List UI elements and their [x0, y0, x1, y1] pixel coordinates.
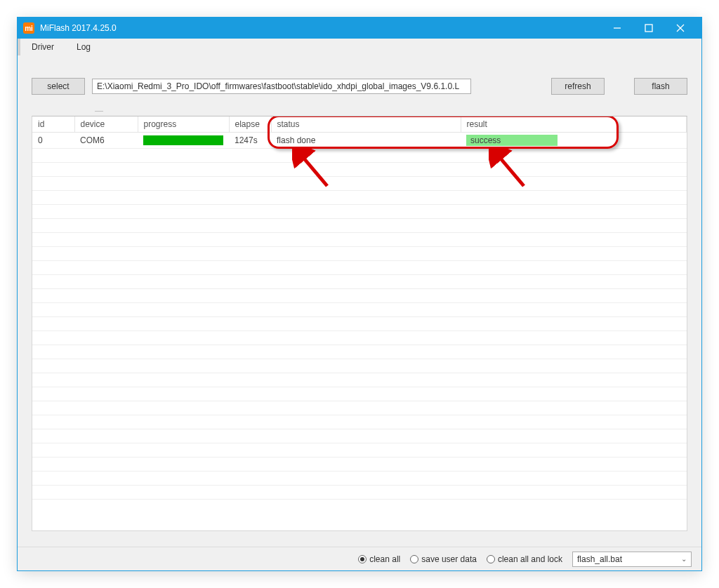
- toolbar: select refresh flash: [18, 55, 701, 100]
- radio-clean-all[interactable]: clean all: [358, 554, 400, 564]
- cell-id: 0: [32, 133, 74, 149]
- menu-driver[interactable]: Driver: [27, 41, 58, 53]
- header-result[interactable]: result: [461, 116, 687, 133]
- script-select-value: flash_all.bat: [577, 554, 622, 564]
- radio-icon: [487, 555, 495, 563]
- cell-result: success: [461, 133, 687, 149]
- script-select[interactable]: flash_all.bat ⌄: [572, 552, 692, 567]
- radio-label: save user data: [421, 554, 477, 564]
- header-device[interactable]: device: [74, 116, 138, 133]
- radio-clean-all-and-lock[interactable]: clean all and lock: [487, 554, 562, 564]
- header-progress[interactable]: progress: [138, 116, 229, 133]
- cell-progress: [138, 133, 229, 149]
- window-title: MiFlash 2017.4.25.0: [40, 23, 117, 33]
- app-window: mi MiFlash 2017.4.25.0 Driver Log select…: [17, 17, 702, 571]
- app-icon: mi: [23, 22, 34, 34]
- maximize-icon: [645, 24, 653, 32]
- title-bar[interactable]: mi MiFlash 2017.4.25.0: [18, 18, 701, 39]
- table-header-row: id device progress elapse status result: [32, 116, 687, 133]
- tab-indicator: [95, 100, 103, 112]
- device-grid: id device progress elapse status result …: [32, 116, 687, 531]
- progress-bar: [143, 135, 223, 145]
- cell-elapse: 1247s: [229, 133, 271, 149]
- close-icon: [676, 24, 685, 32]
- minimize-icon: [613, 24, 621, 32]
- header-elapse[interactable]: elapse: [229, 116, 271, 133]
- radio-icon: [410, 555, 418, 563]
- radio-save-user-data[interactable]: save user data: [410, 554, 477, 564]
- cell-device: COM6: [74, 133, 138, 149]
- header-status[interactable]: status: [271, 116, 461, 133]
- menu-bar: Driver Log: [18, 39, 701, 55]
- cell-status: flash done: [271, 133, 461, 149]
- svg-rect-1: [645, 25, 652, 32]
- result-badge: success: [466, 135, 558, 146]
- maximize-button[interactable]: [633, 18, 664, 39]
- select-button[interactable]: select: [32, 78, 85, 95]
- minimize-button[interactable]: [601, 18, 633, 39]
- radio-icon: [358, 555, 367, 563]
- radio-label: clean all: [369, 554, 400, 564]
- progress-fill: [143, 135, 223, 145]
- firmware-path-input[interactable]: [92, 79, 471, 94]
- radio-label: clean all and lock: [498, 554, 562, 564]
- close-button[interactable]: [664, 18, 696, 39]
- chevron-down-icon: ⌄: [681, 555, 687, 563]
- table-row[interactable]: 0 COM6 1247s flash done success: [32, 133, 687, 149]
- footer-bar: clean all save user data clean all and l…: [18, 547, 701, 570]
- menu-log[interactable]: Log: [72, 41, 95, 53]
- header-id[interactable]: id: [32, 116, 74, 133]
- flash-mode-radio-group: clean all save user data clean all and l…: [358, 554, 562, 564]
- flash-button[interactable]: flash: [634, 78, 687, 95]
- refresh-button[interactable]: refresh: [551, 78, 605, 95]
